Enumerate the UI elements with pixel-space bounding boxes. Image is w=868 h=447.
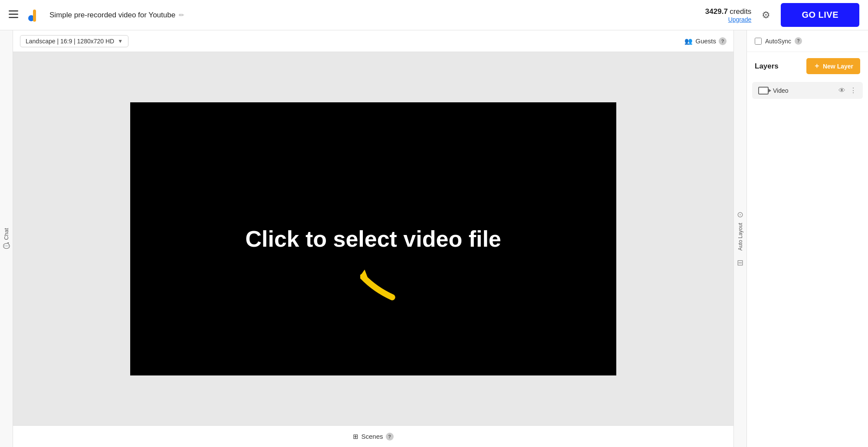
plus-icon: ＋: [813, 62, 820, 71]
credits-label: credits: [730, 7, 751, 16]
guests-icon: 👥: [684, 37, 693, 45]
eye-icon[interactable]: 👁: [838, 87, 845, 95]
credits-amount: 3429.7: [705, 7, 728, 16]
main-layout: 💬 Chat Landscape | 16:9 | 1280x720 HD ▼ …: [0, 30, 868, 447]
edit-icon[interactable]: ✏: [179, 11, 184, 19]
layer-item-video[interactable]: Video 👁 ⋮: [752, 82, 863, 99]
top-nav: Simple pre-recorded video for Youtube ✏ …: [0, 0, 868, 30]
settings-icon[interactable]: ⚙: [762, 10, 770, 21]
guests-help-icon: ?: [719, 37, 727, 45]
guests-label: Guests: [695, 37, 716, 45]
layers-header: Layers ＋ New Layer: [747, 52, 868, 80]
toolbar: Landscape | 16:9 | 1280x720 HD ▼ 👥 Guest…: [13, 30, 733, 52]
scenes-icon: ⊞: [353, 433, 358, 440]
new-layer-button[interactable]: ＋ New Layer: [806, 58, 860, 74]
more-icon[interactable]: ⋮: [850, 86, 857, 95]
menu-icon[interactable]: [9, 10, 18, 20]
autosync-row: AutoSync ?: [747, 30, 868, 52]
upgrade-link[interactable]: Upgrade: [705, 16, 752, 23]
video-canvas[interactable]: Click to select video file: [130, 102, 616, 375]
auto-layout-panel[interactable]: ⊙ Auto Layout ⊟: [733, 30, 746, 447]
auto-layout-circle-icon: ⊙: [737, 210, 743, 219]
credits-section: 3429.7 credits Upgrade: [705, 7, 752, 23]
layer-name: Video: [773, 87, 834, 94]
video-layer-icon: [758, 87, 769, 95]
bottom-bar: ⊞ Scenes ?: [13, 425, 733, 447]
layers-title: Layers: [755, 62, 779, 71]
chat-icon: 💬: [3, 242, 10, 249]
resolution-label: Landscape | 16:9 | 1280x720 HD: [26, 38, 114, 45]
svg-rect-2: [9, 17, 18, 18]
new-layer-label: New Layer: [823, 63, 853, 70]
chat-panel[interactable]: 💬 Chat: [0, 30, 13, 447]
auto-layout-label: Auto Layout: [737, 223, 743, 251]
chevron-down-icon: ▼: [118, 38, 123, 44]
canvas-prompt: Click to select video file: [245, 226, 501, 252]
svg-rect-1: [9, 13, 18, 15]
arrow-icon: [360, 261, 399, 308]
canvas-area: Click to select video file: [13, 52, 733, 425]
scenes-label: Scenes: [361, 433, 383, 440]
scenes-button[interactable]: ⊞ Scenes ?: [353, 433, 393, 440]
go-live-button[interactable]: GO LIVE: [781, 3, 859, 27]
right-sidebar: AutoSync ? Layers ＋ New Layer Video 👁 ⋮: [746, 30, 868, 447]
logo-icon: [25, 6, 43, 24]
layout-grid-icon: ⊟: [737, 258, 743, 268]
svg-rect-0: [9, 10, 18, 12]
guests-button[interactable]: 👥 Guests ?: [684, 37, 727, 45]
chat-label: 💬 Chat: [3, 228, 10, 249]
center-area: Landscape | 16:9 | 1280x720 HD ▼ 👥 Guest…: [13, 30, 733, 447]
svg-rect-4: [33, 10, 36, 22]
scenes-help-icon: ?: [386, 433, 394, 440]
autosync-label: AutoSync: [765, 38, 791, 45]
autosync-checkbox[interactable]: [755, 38, 762, 45]
resolution-dropdown[interactable]: Landscape | 16:9 | 1280x720 HD ▼: [20, 35, 128, 47]
project-title: Simple pre-recorded video for Youtube: [49, 11, 175, 20]
autosync-help-icon: ?: [795, 37, 802, 45]
